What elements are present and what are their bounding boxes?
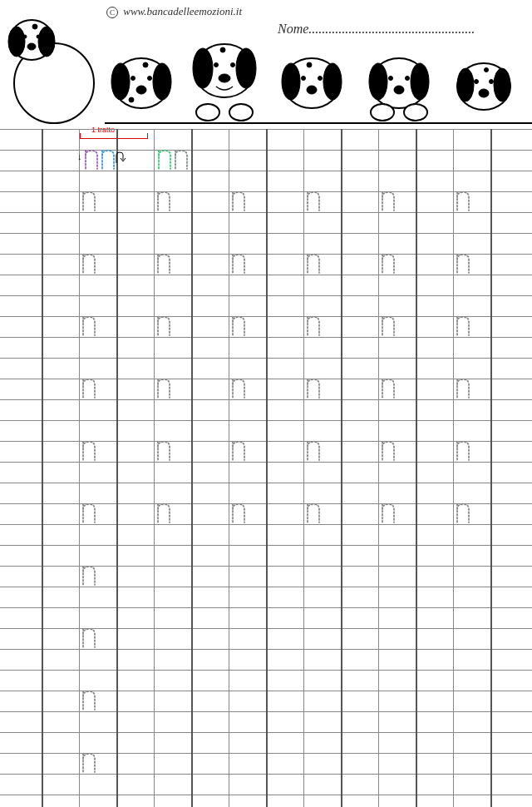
practice-letter-n xyxy=(380,191,397,212)
practice-letter-n xyxy=(380,378,397,399)
svg-point-14 xyxy=(143,62,148,67)
practice-letter-n xyxy=(380,253,397,275)
svg-point-27 xyxy=(323,63,342,100)
svg-point-28 xyxy=(302,77,306,81)
svg-point-9 xyxy=(111,63,130,100)
practice-letter-n xyxy=(305,440,322,462)
svg-point-44 xyxy=(490,80,494,84)
practice-letter-n xyxy=(81,690,97,711)
practice-letter-n xyxy=(155,253,172,275)
grid-vline-thick xyxy=(266,129,268,807)
svg-point-37 xyxy=(394,86,404,94)
svg-point-15 xyxy=(129,97,134,102)
svg-point-6 xyxy=(27,43,36,50)
svg-point-10 xyxy=(153,63,171,100)
svg-point-42 xyxy=(494,68,510,101)
grid-vline-thin xyxy=(453,129,454,807)
stroke-arrow-curve-icon xyxy=(115,151,126,170)
svg-point-38 xyxy=(371,104,394,121)
svg-point-23 xyxy=(229,104,253,121)
svg-point-18 xyxy=(236,48,256,88)
svg-point-45 xyxy=(479,89,489,97)
practice-letter-n xyxy=(81,440,97,462)
practice-letter-n xyxy=(305,253,322,275)
practice-letter-n xyxy=(455,253,471,275)
grid-vline-thin xyxy=(229,129,229,807)
svg-point-35 xyxy=(389,77,393,81)
practice-letter-n xyxy=(230,503,247,524)
practice-letter-n xyxy=(455,191,471,212)
practice-letter-n xyxy=(81,565,97,587)
svg-point-39 xyxy=(404,104,427,121)
svg-point-41 xyxy=(457,68,474,101)
svg-point-33 xyxy=(369,63,387,100)
guide-letter-n xyxy=(100,149,116,171)
guide-letter-n xyxy=(173,149,190,171)
grid-vline-thin xyxy=(378,129,379,807)
practice-letter-n xyxy=(81,378,97,399)
svg-point-22 xyxy=(196,104,219,121)
practice-letter-n xyxy=(305,315,322,337)
svg-point-19 xyxy=(214,63,219,67)
svg-point-30 xyxy=(307,86,317,94)
svg-point-7 xyxy=(32,24,37,29)
grid-vline-thin xyxy=(154,129,155,807)
worksheet-header: C www.bancadelleemozioni.it Nome........… xyxy=(0,0,532,129)
svg-point-12 xyxy=(148,77,152,81)
practice-letter-n xyxy=(81,503,97,524)
svg-point-17 xyxy=(193,48,213,88)
svg-point-3 xyxy=(38,27,55,57)
svg-point-29 xyxy=(318,77,323,81)
practice-letter-n xyxy=(81,253,97,275)
practice-letter-n xyxy=(81,627,97,649)
practice-letter-n xyxy=(455,378,471,399)
practice-letter-n xyxy=(455,503,471,524)
svg-point-34 xyxy=(411,63,429,100)
practice-letter-n xyxy=(155,378,172,399)
practice-letter-n xyxy=(230,440,247,462)
practice-letter-n xyxy=(305,378,322,399)
practice-letter-n xyxy=(380,503,397,524)
practice-letter-n xyxy=(230,191,247,212)
grid-vline-thick xyxy=(416,129,417,807)
grid-vline-thin xyxy=(79,129,80,807)
practice-letter-n xyxy=(230,253,247,275)
practice-letter-n xyxy=(81,191,97,212)
grid-vline-thick xyxy=(116,129,118,807)
svg-point-13 xyxy=(136,86,146,94)
svg-point-2 xyxy=(8,27,25,57)
practice-letter-n xyxy=(455,315,471,337)
svg-point-46 xyxy=(485,68,489,72)
guide-letter-n xyxy=(83,149,100,171)
practice-letter-n xyxy=(155,503,172,524)
svg-point-4 xyxy=(23,35,27,38)
grid-vline-thin xyxy=(303,129,304,807)
practice-letter-n xyxy=(155,315,172,337)
practice-letter-n xyxy=(155,440,172,462)
practice-letter-n xyxy=(230,378,247,399)
practice-letter-n xyxy=(455,440,471,462)
practice-letter-n xyxy=(230,315,247,337)
svg-point-31 xyxy=(307,62,312,67)
svg-point-20 xyxy=(231,63,235,67)
grid-vline-thick xyxy=(490,129,492,807)
practice-grid: ↓ xyxy=(0,129,532,807)
svg-point-36 xyxy=(406,77,410,81)
practice-letter-n xyxy=(81,752,97,774)
svg-point-11 xyxy=(131,77,135,81)
practice-letter-n xyxy=(81,315,97,337)
practice-letter-n xyxy=(380,315,397,337)
stroke-arrow-down-icon: ↓ xyxy=(77,151,82,161)
svg-point-5 xyxy=(37,35,40,38)
practice-letter-n xyxy=(155,191,172,212)
guide-letter-n xyxy=(156,149,173,171)
svg-point-43 xyxy=(475,80,479,84)
dalmatian-puppies-illustration xyxy=(0,0,532,133)
practice-letter-n xyxy=(380,440,397,462)
svg-point-24 xyxy=(220,47,225,52)
svg-point-21 xyxy=(219,74,230,82)
practice-letter-n xyxy=(305,191,322,212)
svg-point-26 xyxy=(282,63,300,100)
practice-letter-n xyxy=(305,503,322,524)
grid-vline-thick xyxy=(191,129,193,807)
